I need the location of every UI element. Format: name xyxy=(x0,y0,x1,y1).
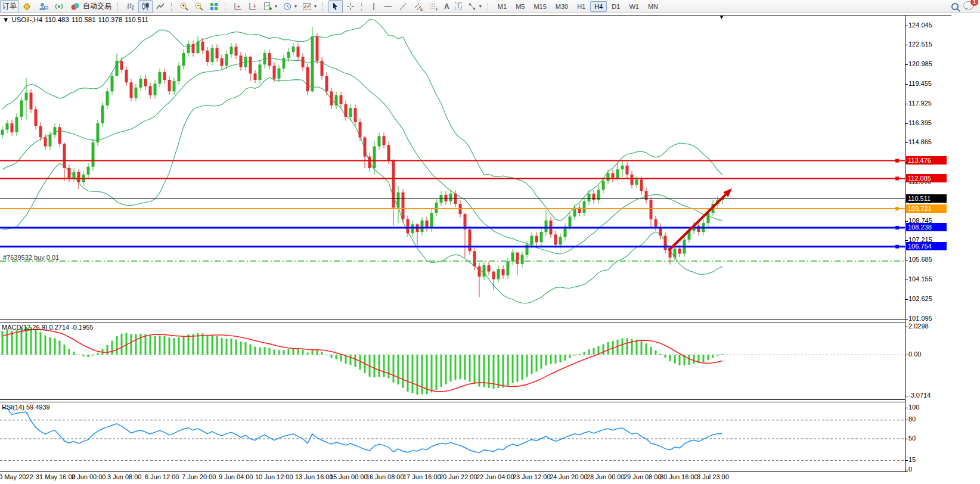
macd-bar xyxy=(193,334,194,355)
notifications[interactable]: 1 xyxy=(963,1,974,12)
candle-body xyxy=(130,82,133,98)
macd-bar xyxy=(188,334,190,355)
hline-handle[interactable] xyxy=(895,176,899,180)
macd-bar xyxy=(307,352,309,355)
price-tick-label: 105.685 xyxy=(908,256,932,263)
macd-bar xyxy=(154,336,156,355)
hline-handle[interactable] xyxy=(895,226,899,229)
candlesticks[interactable] xyxy=(1,27,724,297)
text-label-tool[interactable]: T xyxy=(452,0,464,13)
tile-windows-icon[interactable] xyxy=(207,0,221,13)
macd-bar xyxy=(669,355,671,361)
timeframe-h1[interactable]: H1 xyxy=(573,1,590,12)
macd-pane-canvas[interactable] xyxy=(0,322,905,399)
candle-body xyxy=(77,172,80,182)
timeframe-w1[interactable]: W1 xyxy=(625,1,643,12)
signals-icon[interactable] xyxy=(52,0,67,13)
toolbar: 订单 自动交易 xyxy=(0,0,980,13)
fibonacci-icon: F xyxy=(429,2,439,11)
candle-body xyxy=(187,44,190,53)
timeframe-m30[interactable]: M30 xyxy=(551,1,572,12)
macd-bar xyxy=(655,350,657,355)
candle-body xyxy=(125,70,128,82)
period-button[interactable]: ▾ xyxy=(280,0,299,13)
timeframe-m1[interactable]: M1 xyxy=(494,1,511,12)
new-chart-button[interactable]: ▾ xyxy=(260,0,280,13)
line-chart-icon[interactable] xyxy=(153,0,168,13)
chart-shift-icon[interactable] xyxy=(231,0,245,13)
macd-histogram xyxy=(2,327,724,395)
cursor-tool[interactable] xyxy=(328,0,343,13)
price-tick-label: 120.985 xyxy=(908,60,932,67)
candle-body xyxy=(49,135,52,146)
trendline-tool[interactable] xyxy=(396,0,410,13)
zoom-in-icon[interactable] xyxy=(177,0,191,13)
community-icon[interactable] xyxy=(36,0,51,13)
candle-body xyxy=(325,76,328,92)
macd-bar xyxy=(140,334,142,355)
gold-tag-icon[interactable] xyxy=(20,0,35,13)
candle-body xyxy=(502,269,505,275)
candle-body xyxy=(116,61,119,76)
macd-bar xyxy=(569,355,571,358)
candle-body xyxy=(39,126,42,137)
candle-body xyxy=(101,106,104,123)
timeframe-h4[interactable]: H4 xyxy=(590,1,607,12)
candle-body xyxy=(30,93,33,110)
hline-handle[interactable] xyxy=(895,207,899,210)
candle-body xyxy=(273,66,276,78)
trend-arrow[interactable] xyxy=(669,195,725,250)
horizontal-line-tool[interactable] xyxy=(381,0,395,13)
candle-body xyxy=(311,36,314,91)
auto-scroll-icon[interactable] xyxy=(246,0,260,13)
macd-bar xyxy=(302,349,304,355)
hline-handle[interactable] xyxy=(895,245,899,249)
candle-body xyxy=(469,229,472,251)
time-axis-label: 23 Jun 12:00 xyxy=(513,473,551,480)
autotrade-label: 自动交易 xyxy=(83,1,111,11)
macd-bar xyxy=(178,337,180,355)
candle-body xyxy=(92,142,95,167)
candlestick-chart-icon[interactable] xyxy=(138,0,153,13)
candle-body xyxy=(521,255,524,264)
text-tool[interactable]: A xyxy=(442,0,452,13)
macd-bar xyxy=(636,340,638,355)
macd-bar xyxy=(722,354,724,355)
candle-body xyxy=(650,200,653,219)
price-tick-label: 104.155 xyxy=(908,275,932,283)
hline-handle[interactable] xyxy=(895,159,899,163)
bar-chart-icon[interactable] xyxy=(123,0,138,13)
crosshair-tool[interactable] xyxy=(343,0,358,13)
fibonacci-tool[interactable]: F xyxy=(426,0,441,13)
timeframe-mn[interactable]: MN xyxy=(644,1,662,12)
time-axis-label: 3 Jun 08:00 xyxy=(107,473,142,480)
rsi-pane-canvas[interactable] xyxy=(0,402,905,471)
time-axis-label: 24 Jun 20:00 xyxy=(550,473,588,480)
search-icon[interactable] xyxy=(951,3,959,10)
timeframe-m15[interactable]: M15 xyxy=(529,1,550,12)
candle-body xyxy=(449,194,452,201)
vertical-line-tool[interactable] xyxy=(367,0,380,13)
price-tick-label: 116.395 xyxy=(908,119,932,126)
chart-bottom-border xyxy=(0,471,908,472)
template-button[interactable]: ▾ xyxy=(300,0,319,13)
macd-bar xyxy=(293,348,294,355)
autotrade-button[interactable]: 自动交易 xyxy=(68,0,114,13)
macd-bar xyxy=(226,339,228,355)
macd-bar xyxy=(126,333,128,355)
zoom-out-icon[interactable] xyxy=(192,0,206,13)
timeframe-m5[interactable]: M5 xyxy=(511,1,529,12)
candle-body xyxy=(364,138,367,157)
arrows-tool[interactable]: ▾ xyxy=(465,0,484,13)
price-pane-canvas[interactable] xyxy=(0,15,905,319)
equidistant-channel-tool[interactable]: E xyxy=(411,0,426,13)
timeframe-d1[interactable]: D1 xyxy=(607,1,624,12)
candle-body xyxy=(292,46,295,52)
macd-bar xyxy=(173,338,175,355)
order-button[interactable]: 订单 xyxy=(0,0,19,13)
candle-body xyxy=(197,42,200,53)
macd-bar xyxy=(674,355,676,364)
macd-bar xyxy=(16,330,18,355)
candle-body xyxy=(345,104,348,117)
candle-body xyxy=(435,203,438,213)
